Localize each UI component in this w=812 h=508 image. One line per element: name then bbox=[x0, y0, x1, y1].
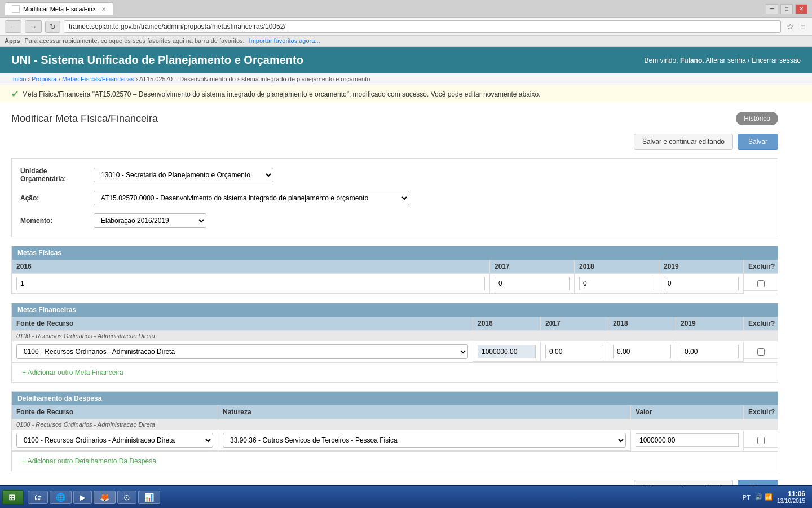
det-natureza-cell: 33.90.36 - Outros Servicos de Terceiros … bbox=[218, 430, 631, 451]
page-title-row: Modificar Meta Física/Financeira Históri… bbox=[11, 112, 778, 125]
acao-select[interactable]: AT15.02570.0000 - Desenvolvimento do sis… bbox=[94, 191, 409, 205]
bookmarks-hint-text: Para acessar rapidamente, coloque os seu… bbox=[25, 37, 245, 44]
detalhamento-header: Detalhamento da Despesa bbox=[12, 392, 778, 405]
save-continue-button-top[interactable]: Salvar e continuar editando bbox=[634, 134, 733, 150]
address-bar[interactable] bbox=[64, 20, 781, 33]
taskbar-powerpoint[interactable]: 📊 bbox=[138, 491, 160, 504]
apps-label[interactable]: Apps bbox=[5, 37, 20, 44]
mfin-col-2016: 2016 bbox=[473, 317, 541, 331]
mfin-excluir-checkbox[interactable] bbox=[757, 348, 765, 356]
change-password-link[interactable]: Alterar senha bbox=[705, 56, 745, 64]
window-minimize-button[interactable]: ─ bbox=[766, 4, 778, 14]
det-col-valor: Valor bbox=[631, 405, 744, 419]
powerpoint-icon: 📊 bbox=[144, 493, 154, 502]
metas-financeiras-section: Metas Financeiras Fonte de Recurso 2016 … bbox=[11, 303, 778, 383]
success-message: ✔ Meta Física/Financeira "AT15.02570 – D… bbox=[0, 85, 812, 103]
refresh-button[interactable]: ↻ bbox=[45, 21, 60, 33]
mfin-input-2017[interactable] bbox=[545, 345, 603, 358]
mfin-val-2019-cell bbox=[676, 342, 744, 362]
breadcrumb-current: AT15.02570 – Desenvolvimento do sistema … bbox=[139, 76, 370, 82]
breadcrumb: Início › Proposta › Metas Físicas/Financ… bbox=[0, 73, 812, 85]
mf-excluir-cell bbox=[744, 277, 778, 291]
taskbar-firefox[interactable]: 🦊 bbox=[94, 491, 116, 504]
mf-excluir-checkbox[interactable] bbox=[757, 280, 765, 287]
page-content: Modificar Meta Física/Financeira Históri… bbox=[0, 103, 789, 508]
app-header: UNI - Sistema Unificado de Planejamento … bbox=[0, 47, 812, 73]
taskbar-items: 🗂 🌐 ▶ 🦊 ⊙ 📊 bbox=[25, 491, 737, 504]
mf-input-2018[interactable] bbox=[579, 277, 654, 290]
momento-label: Momento: bbox=[20, 217, 88, 225]
mf-val-2017-cell bbox=[490, 274, 575, 294]
det-natureza-select[interactable]: 33.90.36 - Outros Servicos de Terceiros … bbox=[223, 433, 626, 448]
det-fonte-select[interactable]: 0100 - Recursos Ordinarios - Administrac… bbox=[16, 433, 213, 448]
breadcrumb-proposta[interactable]: Proposta bbox=[32, 76, 56, 82]
breadcrumb-metas[interactable]: Metas Físicas/Financeiras bbox=[62, 76, 134, 82]
mfin-excluir-cell bbox=[744, 345, 778, 359]
browser-titlebar: Modificar Meta Física/Fin× ✕ ─ □ ✕ bbox=[0, 0, 812, 18]
add-detalhamento-link[interactable]: + Adicionar outro Detalhamento Da Despes… bbox=[16, 454, 162, 468]
mfin-input-2018[interactable] bbox=[613, 345, 671, 358]
logout-link[interactable]: Encerrar sessão bbox=[752, 56, 801, 64]
system-tray-icons: 🔊 📶 bbox=[755, 493, 773, 501]
taskbar-explorer[interactable]: 🗂 bbox=[28, 491, 48, 504]
taskbar-right: PT 🔊 📶 11:06 13/10/2015 bbox=[738, 490, 810, 504]
tab-close-button[interactable]: ✕ bbox=[102, 6, 106, 12]
success-icon: ✔ bbox=[11, 89, 19, 99]
mf-val-2016-cell bbox=[12, 274, 490, 294]
mfin-input-2016[interactable] bbox=[478, 345, 536, 358]
taskbar-media[interactable]: ▶ bbox=[73, 491, 92, 504]
start-button[interactable]: ⊞ bbox=[2, 490, 24, 505]
mfin-fonte-select[interactable]: 0100 - Recursos Ordinarios - Administrac… bbox=[16, 344, 468, 359]
mf-input-2019[interactable] bbox=[664, 277, 739, 290]
mfin-val-2018-cell bbox=[608, 342, 676, 362]
taskbar: ⊞ 🗂 🌐 ▶ 🦊 ⊙ 📊 PT 🔊 📶 11:06 13/10/2015 bbox=[0, 485, 812, 508]
unidade-label: UnidadeOrçamentária: bbox=[20, 167, 88, 183]
success-text: Meta Física/Financeira "AT15.02570 – Des… bbox=[22, 90, 540, 98]
det-col-natureza: Natureza bbox=[218, 405, 631, 419]
momento-row: Momento: Elaboração 2016/2019 bbox=[20, 213, 769, 228]
det-excluir-checkbox[interactable] bbox=[757, 437, 765, 444]
det-valor-cell bbox=[631, 431, 744, 450]
taskbar-chrome[interactable]: ⊙ bbox=[117, 491, 136, 504]
metas-fisicas-section: Metas Físicas 2016 2017 2018 2019 Exclui… bbox=[11, 246, 778, 294]
mf-col-2017: 2017 bbox=[490, 260, 575, 274]
back-button[interactable]: ← bbox=[5, 20, 21, 33]
import-favorites-link[interactable]: Importar favoritos agora... bbox=[249, 37, 320, 44]
det-data-row: 0100 - Recursos Ordinarios - Administrac… bbox=[12, 430, 778, 451]
browser-chrome: Modificar Meta Física/Fin× ✕ ─ □ ✕ ← → ↻… bbox=[0, 0, 812, 47]
mf-input-2016[interactable] bbox=[16, 277, 485, 290]
windows-logo: ⊞ bbox=[8, 493, 15, 502]
mfin-fonte-cell: 0100 - Recursos Ordinarios - Administrac… bbox=[12, 341, 473, 362]
window-close-button[interactable]: ✕ bbox=[795, 4, 807, 14]
user-info: Bem vindo, Fulano. Alterar senha / Encer… bbox=[645, 56, 801, 64]
metas-financeiras-header: Metas Financeiras bbox=[12, 303, 778, 317]
unidade-select[interactable]: 13010 - Secretaria do Planejamento e Orç… bbox=[94, 168, 273, 182]
det-add-row: + Adicionar outro Detalhamento Da Despes… bbox=[12, 451, 778, 471]
add-meta-financeira-link[interactable]: + Adicionar outro Meta Financeira bbox=[16, 365, 129, 380]
taskbar-ie[interactable]: 🌐 bbox=[50, 491, 72, 504]
browser-navbar: ← → ↻ ☆ ≡ bbox=[0, 18, 812, 36]
det-fonte-cell: 0100 - Recursos Ordinarios - Administrac… bbox=[12, 430, 218, 451]
window-maximize-button[interactable]: □ bbox=[780, 4, 793, 14]
mfin-col-excluir: Excluir? bbox=[744, 317, 778, 331]
language-indicator: PT bbox=[743, 494, 751, 501]
metas-fisicas-header: Metas Físicas bbox=[12, 246, 778, 260]
browser-tab[interactable]: Modificar Meta Física/Fin× ✕ bbox=[5, 2, 113, 15]
app-title: UNI - Sistema Unificado de Planejamento … bbox=[11, 54, 303, 67]
welcome-text: Bem vindo, bbox=[645, 56, 678, 64]
forward-button[interactable]: → bbox=[25, 20, 42, 33]
mf-input-2017[interactable] bbox=[495, 277, 570, 290]
breadcrumb-inicio[interactable]: Início bbox=[11, 76, 26, 82]
det-valor-input[interactable] bbox=[636, 433, 739, 447]
explorer-icon: 🗂 bbox=[34, 493, 42, 502]
metas-fisicas-col-headers: 2016 2017 2018 2019 Excluir? bbox=[12, 260, 778, 274]
mf-col-2016: 2016 bbox=[12, 260, 490, 274]
menu-button[interactable]: ≡ bbox=[798, 21, 807, 32]
momento-select[interactable]: Elaboração 2016/2019 bbox=[94, 213, 206, 228]
historico-button[interactable]: Histórico bbox=[736, 112, 778, 125]
mfin-input-2019[interactable] bbox=[681, 345, 739, 358]
save-button-top[interactable]: Salvar bbox=[738, 134, 778, 150]
bookmark-star-button[interactable]: ☆ bbox=[784, 21, 796, 32]
mf-col-2019: 2019 bbox=[659, 260, 744, 274]
mfin-val-2017-cell bbox=[541, 342, 608, 362]
